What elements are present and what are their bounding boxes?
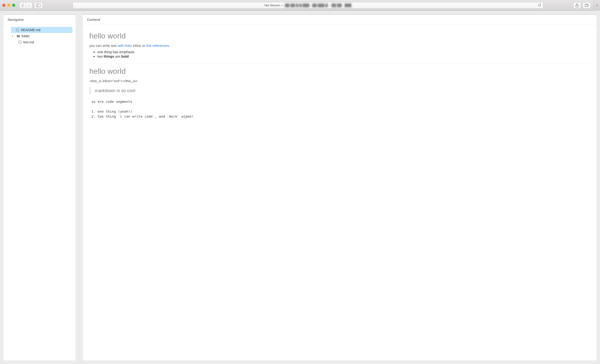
list-item: two things are bold xyxy=(97,54,590,58)
chevron-left-icon xyxy=(22,4,24,7)
heading-1b: hello world xyxy=(89,67,590,76)
xml-sample: <this_is inline="xml"></this_is> xyxy=(89,79,590,83)
security-label: Not Secure — xyxy=(264,3,284,7)
link-inline[interactable]: with links xyxy=(118,44,132,47)
text: . xyxy=(169,44,170,47)
content-title: Content xyxy=(83,15,597,25)
rendered-markdown: hello world you can write text with link… xyxy=(83,25,597,125)
chevron-right-icon xyxy=(28,4,30,7)
tree-item-label: README.md xyxy=(21,28,40,32)
tree-item-label: test.md xyxy=(23,40,34,44)
tree-item-test[interactable]: test.md xyxy=(7,39,72,45)
em-text: em xyxy=(119,50,124,54)
heading-1a: hello world xyxy=(89,32,590,40)
code-block: so are code segments 1. one thing (yeah!… xyxy=(89,99,590,119)
tabs-icon xyxy=(585,4,589,7)
tree-item-label: folder xyxy=(22,34,30,38)
minimize-window-button[interactable] xyxy=(7,4,10,7)
workspace: Navigator README.md folder xyxy=(0,11,600,364)
nav-buttons xyxy=(19,2,32,9)
text: are xyxy=(114,54,122,58)
share-button[interactable] xyxy=(573,2,581,9)
em-text: thing xyxy=(104,50,112,54)
folder-icon xyxy=(16,34,20,38)
text: has xyxy=(112,50,120,54)
tabs-button[interactable] xyxy=(583,2,591,9)
text: you can write text xyxy=(89,44,118,47)
reload-button[interactable] xyxy=(538,3,541,7)
reload-icon xyxy=(538,3,541,7)
section-divider xyxy=(89,64,590,64)
forward-button[interactable] xyxy=(26,2,32,9)
link-reference[interactable]: link references xyxy=(146,44,169,47)
intro-paragraph: you can write text with links inline or … xyxy=(89,44,590,47)
window-controls xyxy=(2,4,15,7)
svg-rect-0 xyxy=(37,4,41,7)
navigator-panel: Navigator README.md folder xyxy=(3,14,76,361)
text: two xyxy=(97,54,104,58)
close-window-button[interactable] xyxy=(2,4,5,7)
text: one xyxy=(97,50,104,54)
new-tab-button[interactable] xyxy=(593,0,600,11)
file-code-icon xyxy=(16,28,19,32)
sidebar-toggle-button[interactable] xyxy=(34,2,43,9)
tree-item-folder[interactable]: folder xyxy=(11,33,72,39)
caret-down-icon xyxy=(11,35,14,37)
unordered-list: one thing has emphasis two things are bo… xyxy=(97,50,590,58)
file-tree: README.md folder test.md xyxy=(3,25,76,49)
bold-text: bold xyxy=(122,54,129,58)
url-text: ██ ██ █ █ ███ · ██ ███ █ · /██ ██ · ███ xyxy=(285,3,352,7)
back-button[interactable] xyxy=(19,2,26,9)
address-bar[interactable]: Not Secure — ██ ██ █ █ ███ · ██ ███ █ · … xyxy=(73,2,543,9)
zoom-window-button[interactable] xyxy=(12,4,15,7)
browser-toolbar: Not Secure — ██ ██ █ █ ███ · ██ ███ █ · … xyxy=(0,0,600,11)
text: inline or xyxy=(132,44,146,47)
content-panel: Content hello world you can write text w… xyxy=(83,14,597,361)
blockquote: markdown is so cool xyxy=(89,87,590,94)
file-code-icon xyxy=(18,40,22,44)
navigator-title: Navigator xyxy=(3,15,76,25)
share-icon xyxy=(575,3,579,7)
plus-icon xyxy=(596,4,598,7)
text: phasis xyxy=(124,50,134,54)
sidebar-icon xyxy=(36,4,41,7)
tree-item-readme[interactable]: README.md xyxy=(11,27,72,33)
bold-text: things xyxy=(104,54,114,58)
list-item: one thing has emphasis xyxy=(97,50,590,54)
svg-rect-4 xyxy=(585,4,588,7)
folder-collapse-toggle[interactable] xyxy=(11,35,14,37)
